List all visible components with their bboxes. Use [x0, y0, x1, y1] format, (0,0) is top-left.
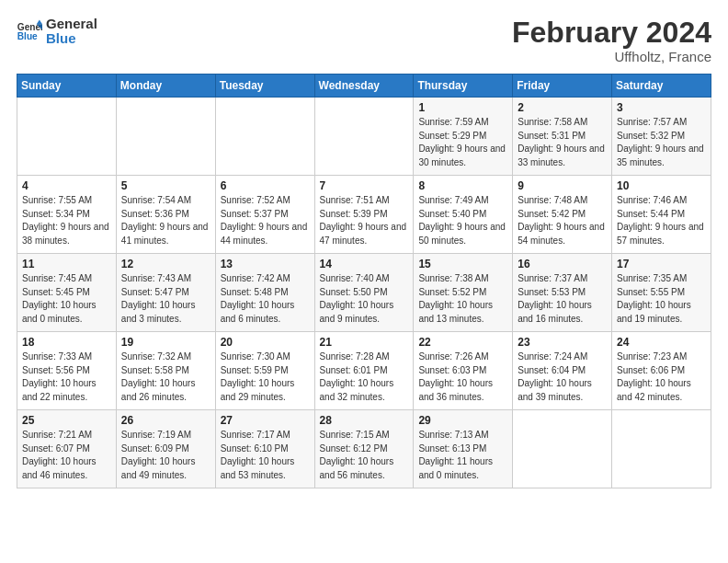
week-row-4: 25Sunrise: 7:21 AM Sunset: 6:07 PM Dayli… — [17, 410, 711, 488]
day-info: Sunrise: 7:37 AM Sunset: 5:53 PM Dayligh… — [518, 272, 607, 326]
day-info: Sunrise: 7:23 AM Sunset: 6:06 PM Dayligh… — [617, 350, 706, 404]
col-header-sunday: Sunday — [17, 75, 117, 98]
calendar-subtitle: Uffholtz, France — [512, 49, 711, 64]
day-info: Sunrise: 7:40 AM Sunset: 5:50 PM Dayligh… — [320, 272, 409, 326]
day-info: Sunrise: 7:43 AM Sunset: 5:47 PM Dayligh… — [121, 272, 210, 326]
day-number: 21 — [320, 336, 409, 349]
page: General Blue General Blue February 2024 … — [0, 0, 728, 498]
day-cell: 9Sunrise: 7:48 AM Sunset: 5:42 PM Daylig… — [513, 176, 612, 254]
day-cell — [314, 98, 414, 176]
day-number: 26 — [121, 414, 210, 427]
day-cell — [17, 98, 117, 176]
day-info: Sunrise: 7:35 AM Sunset: 5:55 PM Dayligh… — [617, 272, 706, 326]
day-cell: 1Sunrise: 7:59 AM Sunset: 5:29 PM Daylig… — [414, 98, 513, 176]
day-cell: 19Sunrise: 7:32 AM Sunset: 5:58 PM Dayli… — [116, 332, 215, 410]
day-number: 2 — [518, 101, 607, 114]
day-cell: 21Sunrise: 7:28 AM Sunset: 6:01 PM Dayli… — [314, 332, 414, 410]
day-number: 29 — [418, 414, 507, 427]
day-info: Sunrise: 7:52 AM Sunset: 5:37 PM Dayligh… — [221, 194, 310, 247]
col-header-wednesday: Wednesday — [314, 75, 414, 98]
day-cell: 28Sunrise: 7:15 AM Sunset: 6:12 PM Dayli… — [314, 410, 414, 488]
day-cell: 20Sunrise: 7:30 AM Sunset: 5:59 PM Dayli… — [215, 332, 314, 410]
day-number: 6 — [221, 179, 310, 192]
day-number: 20 — [221, 336, 310, 349]
header: General Blue General Blue February 2024 … — [17, 17, 711, 64]
day-cell: 14Sunrise: 7:40 AM Sunset: 5:50 PM Dayli… — [314, 254, 414, 332]
day-info: Sunrise: 7:17 AM Sunset: 6:10 PM Dayligh… — [221, 429, 310, 482]
day-number: 5 — [121, 179, 210, 192]
week-row-3: 18Sunrise: 7:33 AM Sunset: 5:56 PM Dayli… — [17, 332, 711, 410]
col-header-friday: Friday — [513, 75, 612, 98]
calendar-table: SundayMondayTuesdayWednesdayThursdayFrid… — [17, 74, 711, 488]
day-cell: 24Sunrise: 7:23 AM Sunset: 6:06 PM Dayli… — [612, 332, 711, 410]
logo-general: General — [46, 17, 97, 31]
day-info: Sunrise: 7:59 AM Sunset: 5:29 PM Dayligh… — [418, 116, 507, 169]
day-info: Sunrise: 7:32 AM Sunset: 5:58 PM Dayligh… — [121, 350, 210, 404]
day-cell: 11Sunrise: 7:45 AM Sunset: 5:45 PM Dayli… — [17, 254, 117, 332]
logo-blue: Blue — [46, 31, 97, 46]
col-header-saturday: Saturday — [612, 75, 711, 98]
svg-text:Blue: Blue — [17, 31, 38, 41]
day-cell — [215, 98, 314, 176]
day-cell: 13Sunrise: 7:42 AM Sunset: 5:48 PM Dayli… — [215, 254, 314, 332]
day-number: 7 — [320, 179, 409, 192]
day-number: 28 — [320, 414, 409, 427]
day-number: 10 — [617, 179, 706, 192]
day-info: Sunrise: 7:33 AM Sunset: 5:56 PM Dayligh… — [22, 350, 111, 404]
day-cell: 22Sunrise: 7:26 AM Sunset: 6:03 PM Dayli… — [414, 332, 513, 410]
calendar-header: SundayMondayTuesdayWednesdayThursdayFrid… — [17, 75, 711, 98]
logo-icon: General Blue — [17, 18, 42, 44]
title-block: February 2024 Uffholtz, France — [512, 17, 711, 64]
day-number: 15 — [418, 258, 507, 270]
day-number: 14 — [320, 258, 409, 270]
day-cell: 16Sunrise: 7:37 AM Sunset: 5:53 PM Dayli… — [513, 254, 612, 332]
day-info: Sunrise: 7:51 AM Sunset: 5:39 PM Dayligh… — [320, 194, 409, 247]
day-info: Sunrise: 7:55 AM Sunset: 5:34 PM Dayligh… — [22, 194, 111, 247]
day-info: Sunrise: 7:26 AM Sunset: 6:03 PM Dayligh… — [418, 350, 507, 404]
day-info: Sunrise: 7:48 AM Sunset: 5:42 PM Dayligh… — [518, 194, 607, 247]
day-info: Sunrise: 7:13 AM Sunset: 6:13 PM Dayligh… — [418, 429, 507, 482]
day-number: 23 — [518, 336, 607, 349]
logo-wordmark: General Blue — [46, 17, 97, 46]
day-number: 27 — [221, 414, 310, 427]
day-number: 11 — [22, 258, 111, 270]
day-info: Sunrise: 7:21 AM Sunset: 6:07 PM Dayligh… — [22, 429, 111, 482]
day-number: 19 — [121, 336, 210, 349]
day-number: 17 — [617, 258, 706, 270]
day-number: 16 — [518, 258, 607, 270]
header-row: SundayMondayTuesdayWednesdayThursdayFrid… — [17, 75, 711, 98]
day-cell: 18Sunrise: 7:33 AM Sunset: 5:56 PM Dayli… — [17, 332, 117, 410]
week-row-1: 4Sunrise: 7:55 AM Sunset: 5:34 PM Daylig… — [17, 176, 711, 254]
col-header-tuesday: Tuesday — [215, 75, 314, 98]
day-number: 3 — [617, 101, 706, 114]
day-cell — [612, 410, 711, 488]
day-number: 25 — [22, 414, 111, 427]
day-cell: 2Sunrise: 7:58 AM Sunset: 5:31 PM Daylig… — [513, 98, 612, 176]
day-info: Sunrise: 7:58 AM Sunset: 5:31 PM Dayligh… — [518, 116, 607, 169]
day-cell — [116, 98, 215, 176]
day-info: Sunrise: 7:42 AM Sunset: 5:48 PM Dayligh… — [221, 272, 310, 326]
day-number: 12 — [121, 258, 210, 270]
day-cell: 6Sunrise: 7:52 AM Sunset: 5:37 PM Daylig… — [215, 176, 314, 254]
day-info: Sunrise: 7:38 AM Sunset: 5:52 PM Dayligh… — [418, 272, 507, 326]
day-cell: 23Sunrise: 7:24 AM Sunset: 6:04 PM Dayli… — [513, 332, 612, 410]
day-info: Sunrise: 7:45 AM Sunset: 5:45 PM Dayligh… — [22, 272, 111, 326]
day-cell: 3Sunrise: 7:57 AM Sunset: 5:32 PM Daylig… — [612, 98, 711, 176]
day-cell: 29Sunrise: 7:13 AM Sunset: 6:13 PM Dayli… — [414, 410, 513, 488]
day-number: 22 — [418, 336, 507, 349]
day-cell: 8Sunrise: 7:49 AM Sunset: 5:40 PM Daylig… — [414, 176, 513, 254]
col-header-thursday: Thursday — [414, 75, 513, 98]
day-info: Sunrise: 7:24 AM Sunset: 6:04 PM Dayligh… — [518, 350, 607, 404]
day-cell: 25Sunrise: 7:21 AM Sunset: 6:07 PM Dayli… — [17, 410, 117, 488]
day-number: 4 — [22, 179, 111, 192]
day-cell: 27Sunrise: 7:17 AM Sunset: 6:10 PM Dayli… — [215, 410, 314, 488]
day-cell: 12Sunrise: 7:43 AM Sunset: 5:47 PM Dayli… — [116, 254, 215, 332]
day-cell: 17Sunrise: 7:35 AM Sunset: 5:55 PM Dayli… — [612, 254, 711, 332]
calendar-body: 1Sunrise: 7:59 AM Sunset: 5:29 PM Daylig… — [17, 98, 711, 488]
logo: General Blue General Blue — [17, 17, 97, 46]
week-row-0: 1Sunrise: 7:59 AM Sunset: 5:29 PM Daylig… — [17, 98, 711, 176]
day-cell — [513, 410, 612, 488]
day-info: Sunrise: 7:19 AM Sunset: 6:09 PM Dayligh… — [121, 429, 210, 482]
day-number: 8 — [418, 179, 507, 192]
day-number: 9 — [518, 179, 607, 192]
